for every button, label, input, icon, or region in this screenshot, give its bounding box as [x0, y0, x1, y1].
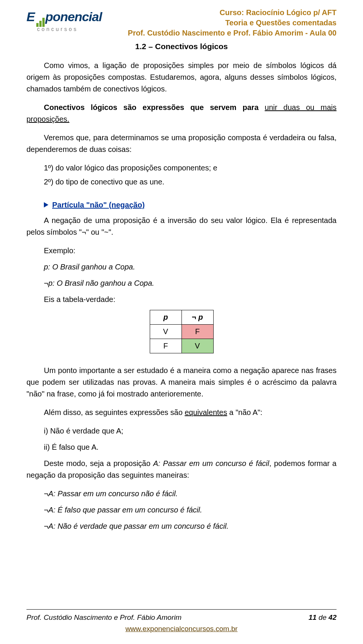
p6-b: a "não A": — [227, 408, 262, 416]
bullet-heading: Partícula "não" (negação) — [44, 199, 337, 211]
header-line-2: Teoria e Questões comentadas — [128, 18, 337, 28]
example-p: p: O Brasil ganhou a Copa. — [44, 261, 337, 273]
truth-table-intro: Eis a tabela-verdade: — [44, 294, 337, 305]
footer-url: www.exponencialconcursos.com.br — [26, 623, 337, 634]
p2-bold: Conectivos lógicos são expressões que se… — [44, 103, 265, 111]
list-item-2: 2º) do tipo de conectivo que as une. — [44, 176, 337, 188]
tv-r1c1: V — [150, 324, 182, 339]
header: E ponencial concursos Curso: Raciocínio … — [26, 7, 337, 38]
logo-text-pre: E — [26, 7, 35, 27]
tv-r1c2: F — [182, 324, 213, 339]
example-label: Exemplo: — [44, 245, 337, 257]
page-footer: Prof. Custódio Nascimento e Prof. Fábio … — [26, 609, 337, 634]
tv-header-notp: ¬ p — [182, 310, 213, 324]
footer-page-of: de — [316, 613, 329, 621]
negation-3: ¬A: Não é verdade que passar em um concu… — [44, 520, 337, 532]
truth-table: p ¬ p V F F V — [150, 310, 214, 353]
p7-italic: A: Passar em um concurso é fácil — [153, 459, 269, 468]
tv-r2c1: F — [150, 339, 182, 353]
paragraph-4: A negação de uma proposição é a inversão… — [26, 215, 337, 238]
header-course-info: Curso: Raciocínio Lógico p/ AFT Teoria e… — [128, 7, 337, 38]
p6-underline: equivalentes — [185, 408, 227, 416]
equiv-1: i) Não é verdade que A; — [44, 425, 337, 437]
logo-subtitle: concursos — [37, 25, 78, 34]
p7-a: Deste modo, seja a proposição — [44, 459, 153, 468]
example-not-p: ¬p: O Brasil não ganhou a Copa. — [44, 277, 337, 289]
tv-header-p: p — [150, 310, 182, 324]
paragraph-1: Como vimos, a ligação de proposições sim… — [26, 60, 337, 95]
logo-text-post: ponencial — [45, 7, 102, 27]
equiv-2: ii) É falso que A. — [44, 441, 337, 453]
section-title: 1.2 – Conectivos lógicos — [26, 40, 337, 53]
footer-pagenum: 11 de 42 — [309, 612, 337, 623]
footer-profs: Prof. Custódio Nascimento e Prof. Fábio … — [26, 612, 182, 623]
footer-page-total: 42 — [329, 613, 337, 621]
list-item-1: 1º) do valor lógico das proposições comp… — [44, 162, 337, 174]
paragraph-6: Além disso, as seguintes expressões são … — [26, 407, 337, 418]
p6-a: Além disso, as seguintes expressões são — [44, 408, 185, 416]
tv-r2c2: V — [182, 339, 213, 353]
paragraph-3: Veremos que, para determinamos se uma pr… — [26, 132, 337, 155]
footer-page-current: 11 — [309, 613, 316, 621]
paragraph-7: Deste modo, seja a proposição A: Passar … — [26, 458, 337, 481]
paragraph-5: Um ponto importante a ser estudado é a m… — [26, 365, 337, 400]
paragraph-2: Conectivos lógicos são expressões que se… — [26, 102, 337, 125]
negation-2: ¬A: É falso que passar em um concurso é … — [44, 504, 337, 516]
bullet-text: Partícula "não" (negação) — [52, 199, 145, 211]
header-line-3: Prof. Custódio Nascimento e Prof. Fábio … — [128, 28, 337, 38]
document-page: E ponencial concursos Curso: Raciocínio … — [0, 0, 363, 532]
header-line-1: Curso: Raciocínio Lógico p/ AFT — [128, 8, 337, 18]
negation-1: ¬A: Passar em um concurso não é fácil. — [44, 488, 337, 500]
logo: E ponencial concursos — [26, 7, 102, 33]
triangle-icon — [44, 202, 48, 207]
